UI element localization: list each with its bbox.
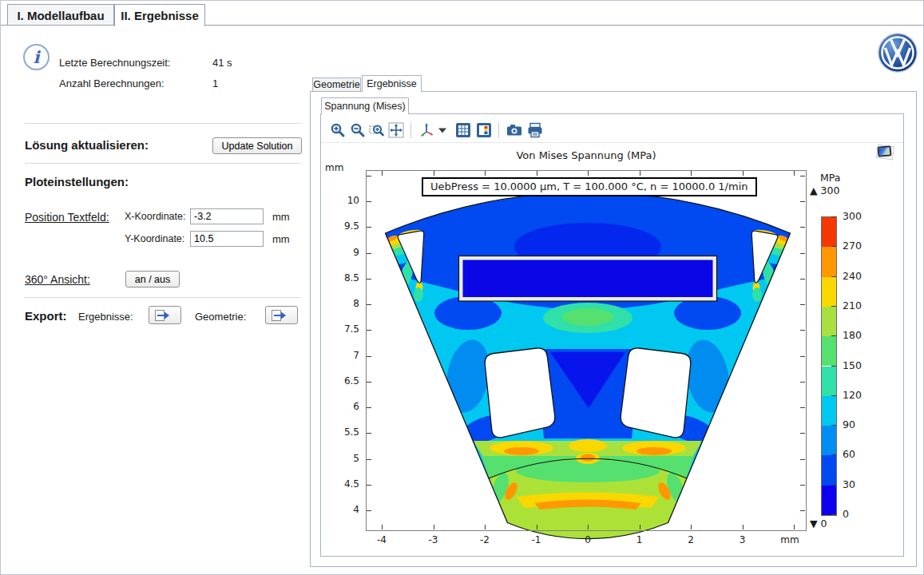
colorbar-band [822,426,836,455]
plot-axes-frame [366,170,807,531]
snapshot-camera-icon[interactable] [506,122,522,138]
colorbar-tick [831,514,836,515]
tick-label: -4 [366,534,398,545]
tick-mark [367,510,371,511]
tick-label: 9 [324,247,359,258]
tick-mark [367,433,371,434]
tick-mark [691,171,692,176]
volkswagen-logo [876,31,919,74]
print-icon[interactable] [527,122,543,138]
export-results-button[interactable] [149,306,181,324]
tick-mark [367,304,371,305]
tick-mark [640,525,640,529]
position-textfield-label: Position Textfeld: [25,211,109,224]
tick-label: 6 [324,401,359,412]
tick-mark [367,407,371,408]
colorbar-unit: MPa [820,172,840,184]
tick-mark [800,407,805,408]
last-calc-time-value: 41 s [212,57,232,69]
tick-label: 5 [324,453,359,464]
tick-mark [794,171,795,176]
tick-mark [800,279,805,280]
colorbar-band [822,396,836,426]
tab-ergebnisse[interactable]: II. Ergebnisse [114,4,205,26]
tick-mark [367,227,371,228]
tick-mark [691,525,692,529]
tab-ergebnisse-plot[interactable]: Ergebnisse [362,75,422,92]
tick-mark [537,171,537,176]
zoom-extents-icon[interactable] [388,122,404,138]
toolbar-separator [498,122,499,138]
tick-mark [800,485,805,486]
x-unit-label: mm [272,211,290,223]
x-coordinate-input[interactable] [190,208,264,224]
tick-label: 6.5 [324,375,359,387]
colorbar-band [822,307,836,336]
zoom-in-icon[interactable] [330,122,346,138]
grid-toggle-icon[interactable] [455,122,471,138]
colorbar-tick [831,485,836,486]
export-arrow-icon [154,309,170,322]
tick-label: 4 [324,504,359,515]
tick-mark [794,525,795,529]
tick-mark [367,176,371,176]
y-axis-unit: mm [325,162,343,173]
view360-label: 360° Ansicht: [25,273,90,286]
info-icon: i [23,44,50,70]
divider [25,297,301,298]
tick-mark [367,253,371,254]
tick-mark [588,171,589,176]
tick-label: -3 [418,534,450,545]
tick-mark [485,525,486,529]
view360-toggle-button[interactable]: an / aus [125,271,180,288]
tick-mark [640,171,640,176]
colorbar-band [822,367,836,396]
y-coordinate-input[interactable] [190,231,264,247]
colorbar-band [822,247,836,276]
tab-spannung-mises[interactable]: Spannung (Mises) [321,97,409,114]
y-coordinate-label: Y-Koordinate: [125,233,184,244]
tick-mark [382,525,383,529]
tick-mark [367,279,371,280]
colorbar-band [822,455,836,485]
zoom-box-icon[interactable] [369,122,385,138]
colorbar-min-marker: ▼ 0 [810,518,827,529]
colorbar-tick [831,246,836,247]
colorbar-tick [831,216,836,217]
tick-mark [367,330,371,331]
tick-mark [588,525,589,529]
plot-window-icon[interactable] [876,145,894,159]
tick-label: 9.5 [324,220,359,232]
tab-geometrie[interactable]: Geometrie [312,77,361,92]
export-geometry-button[interactable] [265,306,298,324]
tab-modellaufbau[interactable]: I. Modellaufbau [7,4,114,26]
zoom-out-icon[interactable] [350,122,366,138]
colorbar-max-marker: ▲ 300 [810,184,839,196]
parameter-annotation: UebPress = 10.0000 µm, T = 100.000 °C, n… [422,177,757,196]
axis-orientation-icon[interactable] [419,122,435,138]
tick-mark [382,171,383,176]
colorbar-tick-label: 180 [843,329,862,341]
tick-label: 1 [624,534,656,545]
tick-mark [800,227,805,228]
colorbar-tick [831,366,836,367]
colorbar-tick-label: 0 [843,508,849,520]
tick-mark [743,171,744,176]
update-solution-button[interactable]: Update Solution [212,137,302,154]
tick-mark [434,525,434,529]
colorbar-tick-label: 270 [843,240,862,252]
tick-label: 4.5 [324,478,359,490]
colorbar-tick-label: 150 [843,359,862,371]
tick-mark [800,253,805,254]
tick-label: 2 [675,534,707,545]
tick-mark [367,459,371,460]
tick-mark [800,330,805,331]
legend-toggle-icon[interactable] [476,122,492,138]
tick-mark [800,510,805,511]
colorbar-tick-label: 300 [843,210,862,222]
dropdown-caret-icon[interactable] [438,125,447,141]
tick-mark [367,356,371,357]
tick-mark [800,459,805,460]
colorbar-tick-label: 120 [843,389,862,401]
tick-mark [800,382,805,383]
